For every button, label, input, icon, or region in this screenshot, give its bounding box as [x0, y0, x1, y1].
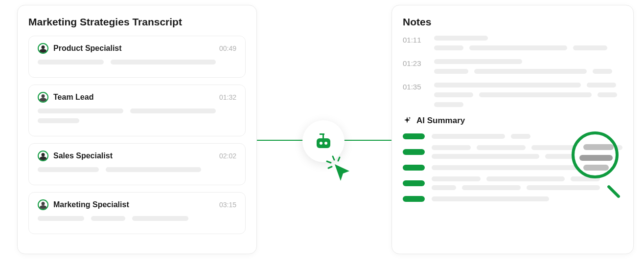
note-item[interactable]: 01:23	[403, 59, 622, 74]
bullet-icon	[403, 149, 425, 155]
note-timestamp: 01:23	[403, 59, 422, 67]
svg-point-1	[320, 142, 322, 145]
bullet-icon	[403, 165, 425, 171]
summary-item	[403, 176, 622, 190]
speaker-name: Product Specialist	[53, 44, 219, 53]
bullet-icon	[403, 180, 425, 186]
placeholder-text	[38, 167, 236, 172]
entry-header: Product Specialist 00:49	[38, 43, 236, 54]
svg-line-7	[338, 157, 340, 161]
timestamp: 01:32	[219, 93, 236, 101]
transcript-entry[interactable]: Marketing Specialist 03:15	[28, 192, 246, 234]
avatar-icon	[38, 151, 48, 161]
placeholder-text	[38, 60, 236, 65]
transcript-panel: Marketing Strategies Transcript Product …	[17, 5, 257, 254]
svg-line-8	[328, 167, 332, 168]
cursor-click-icon	[326, 155, 355, 185]
ai-summary-section: AI Summary	[403, 116, 622, 202]
transcript-entry[interactable]: Team Lead 01:32	[28, 85, 246, 136]
timestamp: 02:02	[219, 152, 236, 160]
note-timestamp: 01:35	[403, 83, 422, 91]
note-item[interactable]: 01:35	[403, 83, 622, 107]
svg-rect-4	[320, 133, 324, 135]
speaker-name: Marketing Specialist	[53, 200, 219, 209]
robot-icon	[313, 130, 334, 152]
entry-header: Team Lead 01:32	[38, 92, 236, 103]
avatar-icon	[38, 92, 48, 103]
note-item[interactable]: 01:11	[403, 36, 622, 50]
entry-header: Marketing Specialist 03:15	[38, 199, 236, 210]
sparkle-icon	[403, 116, 412, 125]
avatar-icon	[38, 43, 48, 54]
avatar-icon	[38, 199, 48, 210]
ai-summary-title: AI Summary	[416, 116, 465, 126]
notes-panel: Notes 01:11 01:23 01:35 AI Summary	[391, 5, 634, 254]
speaker-name: Sales Specialist	[53, 152, 219, 160]
magnifier-icon	[572, 131, 619, 178]
transcript-title: Marketing Strategies Transcript	[28, 16, 246, 28]
svg-rect-0	[317, 138, 330, 148]
timestamp: 00:49	[219, 44, 236, 52]
note-timestamp: 01:11	[403, 36, 422, 44]
svg-line-6	[327, 161, 331, 163]
note-content	[434, 83, 622, 107]
bullet-icon	[403, 133, 425, 139]
speaker-name: Team Lead	[53, 93, 219, 102]
transcript-entry[interactable]: Product Specialist 00:49	[28, 36, 246, 78]
svg-point-2	[324, 142, 327, 145]
placeholder-text	[38, 118, 236, 123]
bullet-icon	[403, 196, 425, 202]
notes-title: Notes	[403, 16, 622, 28]
note-content	[434, 36, 622, 50]
placeholder-text	[38, 216, 236, 221]
placeholder-text	[38, 108, 236, 113]
summary-item	[403, 196, 622, 202]
note-content	[434, 59, 622, 74]
svg-line-5	[333, 156, 334, 160]
ai-summary-header: AI Summary	[403, 116, 622, 126]
entry-header: Sales Specialist 02:02	[38, 151, 236, 161]
svg-rect-3	[322, 134, 324, 138]
timestamp: 03:15	[219, 201, 236, 209]
transcript-entry[interactable]: Sales Specialist 02:02	[28, 143, 246, 185]
